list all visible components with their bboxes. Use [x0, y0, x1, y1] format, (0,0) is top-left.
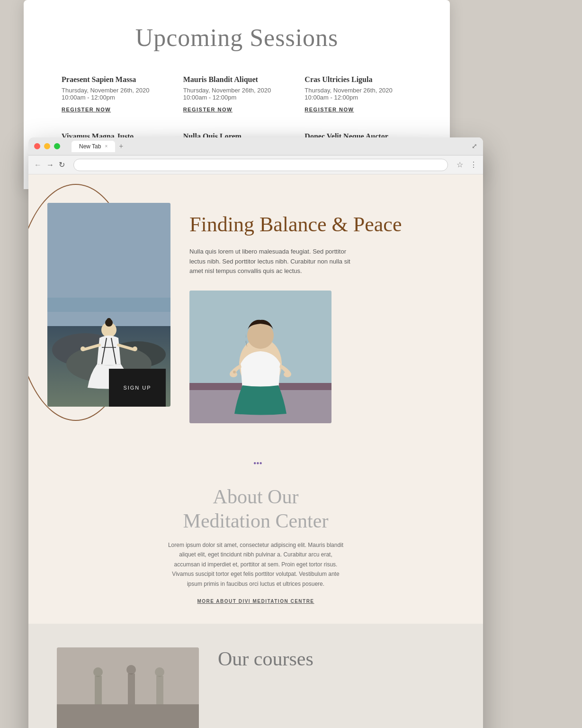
meditation-figure-image: [189, 291, 331, 423]
svg-point-21: [284, 372, 291, 377]
session-date: Thursday, November 26th, 2020: [62, 87, 169, 94]
tab-close-icon[interactable]: ×: [105, 144, 107, 149]
courses-image-inner: [57, 647, 199, 728]
session-date: Thursday, November 26th, 2020: [304, 87, 412, 94]
svg-point-13: [81, 346, 85, 351]
signup-label: SIGN UP: [123, 385, 151, 391]
session-time: 10:00am - 12:00pm: [304, 94, 412, 101]
bookmark-icon[interactable]: ☆: [457, 160, 463, 169]
browser-titlebar: New Tab × + ⤢: [28, 137, 483, 155]
browser-toolbar: ← → ↻ ☆ ⋮: [28, 155, 483, 174]
svg-point-31: [155, 667, 164, 677]
browser-tabs: New Tab × +: [72, 141, 468, 152]
menu-icon[interactable]: ⋮: [470, 160, 477, 169]
svg-point-14: [133, 346, 137, 351]
meditation-svg: [189, 291, 331, 423]
session-item: Cras Ultricies Ligula Thursday, November…: [304, 75, 412, 113]
about-heading-line2: Meditation Center: [183, 510, 329, 532]
about-body: Lorem ipsum dolor sit amet, consectetur …: [166, 540, 346, 589]
session-title: Praesent Sapien Massa: [62, 75, 169, 84]
courses-svg: [57, 647, 199, 728]
session-item: Mauris Blandit Aliquet Thursday, Novembe…: [183, 75, 291, 113]
dots-indicator: •••: [28, 452, 483, 475]
forward-button[interactable]: →: [46, 161, 54, 169]
register-link[interactable]: Register Now: [304, 107, 354, 112]
signup-overlay[interactable]: SIGN UP: [109, 369, 166, 407]
about-section: About Our Meditation Center Lorem ipsum …: [28, 475, 483, 624]
about-heading-line1: About Our: [213, 486, 299, 508]
hero-title: Finding Balance & Peace: [189, 212, 455, 237]
tab-label: New Tab: [79, 143, 101, 150]
browser-window: New Tab × + ⤢ ← → ↻ ☆ ⋮: [28, 137, 483, 728]
svg-point-27: [93, 667, 103, 677]
svg-point-23: [233, 371, 236, 373]
back-button[interactable]: ←: [34, 161, 42, 169]
svg-point-7: [107, 318, 111, 323]
svg-rect-30: [156, 676, 163, 704]
register-link[interactable]: Register Now: [183, 107, 233, 112]
hero-right: Finding Balance & Peace Nulla quis lorem…: [189, 203, 455, 423]
hero-section: SIGN UP Finding Balance & Peace Nulla qu…: [28, 174, 483, 452]
svg-rect-26: [95, 676, 102, 704]
courses-text: Our courses: [218, 647, 313, 670]
toolbar-icons: ☆ ⋮: [457, 160, 477, 169]
courses-image: [57, 647, 199, 728]
svg-point-29: [126, 665, 136, 674]
session-date: Thursday, November 26th, 2020: [183, 87, 291, 94]
hero-image-right: [189, 291, 331, 423]
register-link[interactable]: Register Now: [62, 107, 111, 112]
svg-rect-28: [128, 673, 135, 704]
minimize-button[interactable]: [44, 143, 50, 149]
courses-heading: Our courses: [218, 647, 313, 670]
session-item: Praesent Sapien Massa Thursday, November…: [62, 75, 169, 113]
upcoming-sessions-title: Upcoming Sessions: [62, 24, 412, 52]
new-tab-button[interactable]: +: [119, 142, 123, 151]
session-time: 10:00am - 12:00pm: [183, 94, 291, 101]
svg-point-19: [247, 322, 274, 349]
address-bar[interactable]: [73, 159, 448, 171]
refresh-button[interactable]: ↻: [59, 160, 65, 169]
hero-body: Nulla quis lorem ut libero malesuada feu…: [189, 247, 350, 276]
expand-icon[interactable]: ⤢: [472, 142, 477, 150]
session-title: Cras Ultricies Ligula: [304, 75, 412, 84]
about-heading: About Our Meditation Center: [57, 485, 455, 533]
svg-rect-25: [57, 704, 199, 728]
session-time: 10:00am - 12:00pm: [62, 94, 169, 101]
page-content: SIGN UP Finding Balance & Peace Nulla qu…: [28, 174, 483, 728]
more-about-link[interactable]: More About Divi Meditation Centre: [197, 599, 314, 604]
active-tab[interactable]: New Tab ×: [72, 141, 115, 152]
carousel-dots[interactable]: •••: [253, 461, 258, 466]
close-button[interactable]: [34, 143, 40, 149]
courses-section: Our courses: [28, 624, 483, 728]
hero-image-left: SIGN UP: [47, 203, 170, 407]
maximize-button[interactable]: [54, 143, 60, 149]
session-title: Mauris Blandit Aliquet: [183, 75, 291, 84]
svg-rect-1: [47, 298, 170, 312]
